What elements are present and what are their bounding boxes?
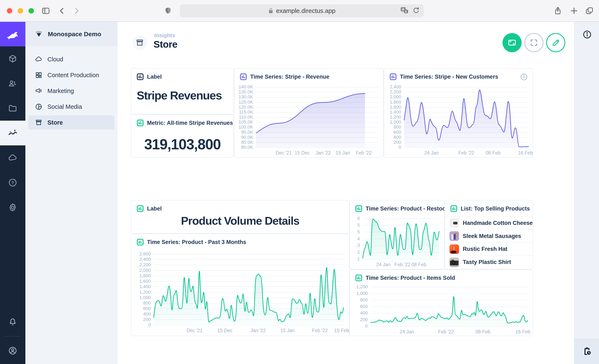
reload-icon[interactable]	[412, 6, 420, 15]
tab-overview-icon[interactable]	[584, 5, 595, 16]
directus-logo[interactable]	[0, 22, 25, 46]
panel-title: Time Series: Stripe - Revenue	[250, 74, 329, 80]
panel-title: List: Top Selling Products	[461, 205, 530, 212]
panel-title: Time Series: Product - Restocks	[366, 205, 452, 212]
minimize-window-button[interactable]	[18, 8, 23, 14]
metric-value: 319,103,800	[131, 136, 234, 153]
list-item[interactable]: Tasty Plastic Shirt	[445, 255, 533, 268]
storefront-icon	[35, 119, 43, 126]
fit-screen-icon	[507, 38, 517, 47]
module-cloud[interactable]	[0, 145, 25, 170]
product-name: Tasty Plastic Shirt	[463, 259, 511, 266]
chart-panel-icon	[355, 205, 363, 213]
panel-time-series-restocks: Time Series: Product - Restocks 65543212…	[349, 200, 444, 269]
info-sidebar-button[interactable]	[582, 30, 592, 39]
chart-panel-icon	[136, 73, 144, 81]
fullscreen-icon	[529, 38, 539, 47]
module-bar: ?	[0, 22, 25, 364]
list-item[interactable]: Rustic Fresh Hat	[445, 242, 533, 256]
sidebar-item-cloud[interactable]: Cloud	[28, 52, 115, 66]
label-text: Stripe Revenues	[137, 89, 222, 102]
sidebar-item-marketing[interactable]: Marketing	[28, 84, 115, 98]
project-switcher[interactable]: Monospace Demo	[25, 22, 117, 46]
help-icon: ?	[8, 178, 18, 187]
activity-log-button[interactable]	[574, 339, 599, 364]
fit-dashboard-button[interactable]	[502, 33, 522, 52]
cloud-icon	[8, 153, 18, 163]
panel-time-series-stripe-revenue: Time Series: Stripe - Revenue 140.0K135.…	[234, 68, 384, 158]
bell-icon	[8, 317, 18, 327]
sidebar-item-store[interactable]: Store	[28, 115, 115, 130]
restocks-chart: 655432124 JanFeb '2208 Feb	[353, 218, 440, 268]
panel-top-selling-products: List: Top Selling Products Handmade Cott…	[444, 200, 533, 269]
product-name: Rustic Fresh Hat	[463, 246, 508, 252]
sidebar-item-label: Cloud	[47, 56, 63, 63]
divider	[5, 336, 21, 337]
gear-icon	[8, 203, 18, 212]
dashboard-grid-icon	[35, 71, 43, 79]
chart-panel-icon	[389, 73, 397, 81]
clipboard-clock-icon	[582, 346, 592, 356]
right-sidebar	[574, 22, 599, 364]
sidebar-item-content-production[interactable]: Content Production	[28, 68, 115, 82]
svg-text:?: ?	[11, 180, 14, 185]
sidebar-item-social-media[interactable]: Social Media	[28, 100, 115, 114]
list-item[interactable]: Handmade Cotton Cheese	[445, 216, 533, 230]
sidebar-item-label: Store	[47, 119, 63, 126]
share-icon[interactable]	[552, 5, 563, 16]
notifications-button[interactable]	[0, 311, 25, 332]
module-users[interactable]	[0, 71, 25, 96]
chart-panel-icon	[239, 73, 247, 81]
forward-icon[interactable]	[71, 5, 82, 16]
sidebar: Monospace Demo Cloud Content Production …	[25, 22, 117, 364]
product-list: Handmade Cotton Cheese Sleek Metal Sausa…	[445, 216, 533, 268]
zoom-window-button[interactable]	[28, 8, 34, 14]
account-button[interactable]	[0, 340, 25, 361]
new-tab-icon[interactable]	[569, 5, 580, 16]
sidebar-toggle-icon[interactable]	[40, 5, 51, 16]
new-customers-chart: 2,4002,2002,0001,8001,6001,4001,2001,000…	[388, 87, 529, 156]
address-bar[interactable]: example.directus.app A文	[180, 4, 424, 17]
pie-chart-icon	[35, 103, 43, 110]
browser-toolbar: example.directus.app A文	[0, 0, 599, 22]
module-files[interactable]	[0, 96, 25, 121]
sidebar-item-label: Social Media	[47, 103, 82, 110]
panel-title: Label	[147, 74, 162, 80]
edit-dashboard-button[interactable]	[546, 33, 565, 52]
project-name: Monospace Demo	[48, 31, 101, 38]
fullscreen-button[interactable]	[524, 33, 544, 52]
sidebar-item-label: Marketing	[47, 88, 74, 94]
svg-text:文: 文	[404, 10, 407, 13]
screen: example.directus.app A文	[0, 0, 599, 364]
chart-panel-icon	[136, 205, 144, 213]
sidebar-item-label: Content Production	[47, 72, 99, 79]
privacy-shield-icon[interactable]	[163, 5, 174, 16]
past-3-months-chart: 2,6002,4002,2002,0001,8001,6001,4001,200…	[135, 254, 344, 334]
translate-icon[interactable]: A文	[400, 6, 409, 15]
close-window-button[interactable]	[7, 8, 12, 14]
folder-icon	[8, 104, 18, 113]
label-text: Product Volume Details	[131, 214, 349, 227]
list-item[interactable]: Sleek Metal Sausages	[445, 230, 533, 242]
users-icon	[8, 79, 18, 89]
page-title: Store	[153, 39, 177, 50]
chart-panel-icon	[136, 119, 144, 127]
cube-icon	[8, 54, 18, 64]
pencil-icon	[551, 38, 561, 47]
back-icon[interactable]	[57, 5, 67, 16]
chart-panel-icon	[355, 274, 363, 282]
panel-title: Time Series: Product - Past 3 Months	[147, 239, 246, 245]
product-thumbnail	[449, 244, 459, 254]
panel-title: Time Series: Stripe - New Customers	[400, 74, 498, 80]
insights-icon	[8, 128, 18, 138]
product-thumbnail	[449, 257, 459, 267]
breadcrumb[interactable]: Insights	[154, 32, 175, 39]
module-help[interactable]: ?	[0, 170, 25, 195]
stripe-revenue-chart: 140.0K135.0K130.0K125.0K120.0K115.0K110.…	[238, 87, 380, 156]
info-icon[interactable]	[520, 73, 528, 81]
chart-panel-icon	[450, 205, 458, 213]
module-insights[interactable]	[0, 121, 25, 145]
lock-icon	[268, 8, 273, 14]
module-settings[interactable]	[0, 195, 25, 220]
module-collections[interactable]	[0, 46, 25, 71]
